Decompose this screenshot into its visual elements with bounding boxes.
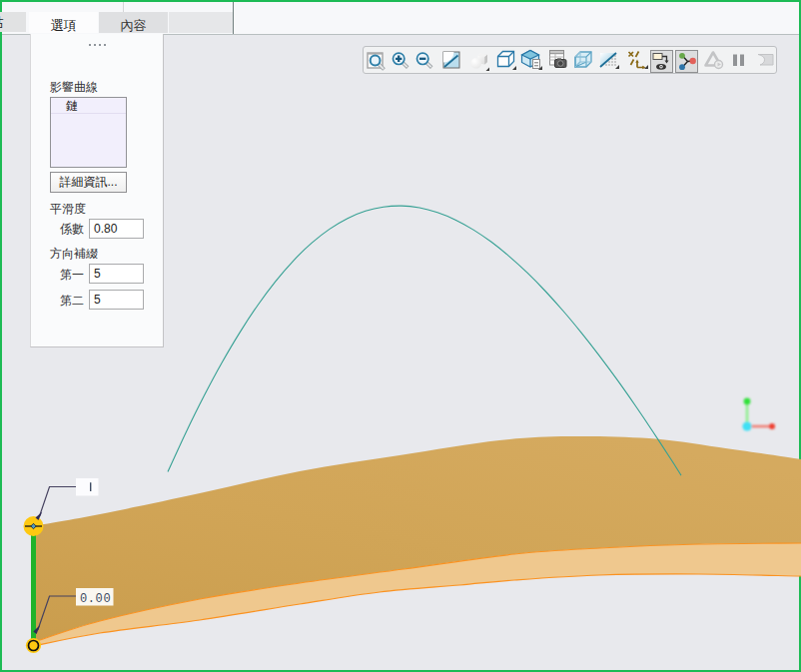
svg-text:0.00: 0.00 (80, 592, 111, 606)
